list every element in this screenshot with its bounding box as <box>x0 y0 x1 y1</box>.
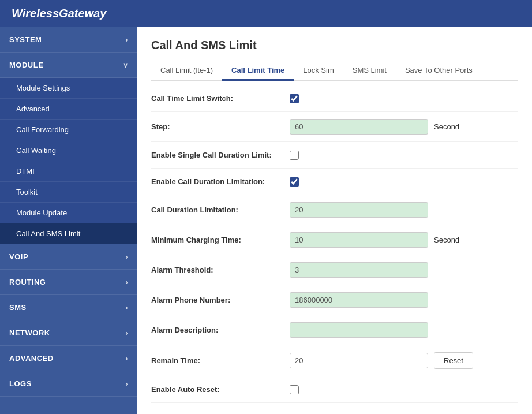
sidebar-item-system-arrow: › <box>126 36 129 44</box>
sidebar-item-sms-label: SMS <box>9 303 27 312</box>
tab-call-limit[interactable]: Call Limit (lte-1) <box>151 61 222 81</box>
sidebar-item-voip-label: VOIP <box>9 252 28 261</box>
form-row-call-duration-limitation: Call Duration Limitation: <box>151 195 518 225</box>
sidebar-item-call-forwarding[interactable]: Call Forwarding <box>0 120 137 140</box>
tab-save-to-other-ports[interactable]: Save To Other Ports <box>396 61 482 81</box>
main-content: Call And SMS Limit Call Limit (lte-1) Ca… <box>137 27 532 414</box>
sidebar-item-module-label: MODULE <box>9 61 43 69</box>
form-row-call-time-limit-switch: Call Time Limit Switch: <box>151 85 518 112</box>
app-header: WirelessGateway <box>0 0 532 27</box>
sidebar-item-routing-arrow: › <box>126 278 129 286</box>
sidebar-item-advanced[interactable]: Advanced <box>0 99 137 120</box>
sidebar-item-toolkit-label: Toolkit <box>16 188 38 196</box>
sidebar-item-voip[interactable]: VOIP › <box>0 244 137 270</box>
form-row-remain-time: Remain Time: Reset <box>151 345 518 376</box>
label-call-time-limit-switch: Call Time Limit Switch: <box>151 94 290 103</box>
sidebar: SYSTEM › MODULE ∨ Module Settings Advanc… <box>0 27 137 414</box>
sidebar-item-call-sms-limit[interactable]: Call And SMS Limit <box>0 223 137 244</box>
sidebar-item-advanced-nav[interactable]: ADVANCED › <box>0 346 137 371</box>
sidebar-item-module-settings-label: Module Settings <box>16 84 70 92</box>
input-remain-time[interactable] <box>290 353 428 368</box>
form-row-enable-call-duration: Enable Call Duration Limitation: <box>151 169 518 195</box>
sidebar-item-system-label: SYSTEM <box>9 35 42 44</box>
sidebar-item-voip-arrow: › <box>126 253 129 261</box>
form-row-enable-auto-reset: Enable Auto Reset: <box>151 376 518 403</box>
tab-bar: Call Limit (lte-1) Call Limit Time Lock … <box>151 61 518 81</box>
form-row-enable-single-call: Enable Single Call Duration Limit: <box>151 142 518 169</box>
tab-lock-sim[interactable]: Lock Sim <box>294 61 343 81</box>
sidebar-item-module-update[interactable]: Module Update <box>0 203 137 223</box>
sidebar-item-call-waiting-label: Call Waiting <box>16 146 56 155</box>
sidebar-item-sms-arrow: › <box>126 304 129 312</box>
main-layout: SYSTEM › MODULE ∨ Module Settings Advanc… <box>0 27 532 414</box>
sidebar-item-toolkit[interactable]: Toolkit <box>0 182 137 203</box>
control-alarm-threshold <box>290 262 428 278</box>
sidebar-item-logs-label: LOGS <box>9 379 32 388</box>
sidebar-item-dtmf-label: DTMF <box>16 167 37 176</box>
sidebar-item-routing-label: ROUTING <box>9 278 46 286</box>
control-enable-auto-reset <box>290 385 299 394</box>
sidebar-item-logs-arrow: › <box>126 380 129 388</box>
form-row-alarm-description: Alarm Description: <box>151 315 518 345</box>
sidebar-item-module-arrow: ∨ <box>123 61 129 69</box>
checkbox-enable-call-duration[interactable] <box>290 177 299 187</box>
checkbox-call-time-limit-switch[interactable] <box>290 94 299 103</box>
form-row-alarm-phone: Alarm Phone Number: <box>151 285 518 315</box>
unit-step: Second <box>434 122 459 131</box>
label-alarm-threshold: Alarm Threshold: <box>151 266 290 274</box>
reset-button[interactable]: Reset <box>434 352 473 369</box>
label-enable-single-call: Enable Single Call Duration Limit: <box>151 151 290 159</box>
page-title: Call And SMS Limit <box>151 39 518 52</box>
input-alarm-phone[interactable] <box>290 292 428 308</box>
checkbox-enable-auto-reset[interactable] <box>290 385 299 394</box>
control-minimum-charging: Second <box>290 232 459 248</box>
sidebar-item-advanced-nav-arrow: › <box>126 355 129 363</box>
sidebar-item-sms[interactable]: SMS › <box>0 295 137 320</box>
form-section: Call Time Limit Switch: Step: Second Ena… <box>151 85 518 403</box>
label-alarm-phone: Alarm Phone Number: <box>151 296 290 304</box>
label-enable-call-duration: Enable Call Duration Limitation: <box>151 177 290 186</box>
control-remain-time: Reset <box>290 352 473 369</box>
sidebar-item-call-sms-limit-label: Call And SMS Limit <box>16 229 80 238</box>
sidebar-item-module-settings[interactable]: Module Settings <box>0 78 137 99</box>
sidebar-item-dtmf[interactable]: DTMF <box>0 161 137 182</box>
sidebar-item-system[interactable]: SYSTEM › <box>0 27 137 53</box>
control-alarm-phone <box>290 292 428 308</box>
form-row-minimum-charging: Minimum Charging Time: Second <box>151 225 518 255</box>
control-enable-single-call <box>290 151 299 160</box>
input-step[interactable] <box>290 119 428 135</box>
sidebar-item-module[interactable]: MODULE ∨ <box>0 53 137 78</box>
label-step: Step: <box>151 122 290 131</box>
control-alarm-description <box>290 322 428 338</box>
label-enable-auto-reset: Enable Auto Reset: <box>151 385 290 394</box>
sidebar-item-call-forwarding-label: Call Forwarding <box>16 125 69 134</box>
control-step: Second <box>290 119 459 135</box>
input-alarm-description[interactable] <box>290 322 428 338</box>
label-alarm-description: Alarm Description: <box>151 326 290 334</box>
input-minimum-charging[interactable] <box>290 232 428 248</box>
sidebar-item-call-waiting[interactable]: Call Waiting <box>0 140 137 161</box>
unit-minimum-charging: Second <box>434 236 459 244</box>
tab-call-limit-time[interactable]: Call Limit Time <box>222 61 294 81</box>
form-row-step: Step: Second <box>151 112 518 142</box>
sidebar-item-module-update-label: Module Update <box>16 208 67 217</box>
label-remain-time: Remain Time: <box>151 356 290 365</box>
sidebar-item-advanced-nav-label: ADVANCED <box>9 354 54 363</box>
tab-sms-limit[interactable]: SMS Limit <box>343 61 396 81</box>
sidebar-item-advanced-label: Advanced <box>16 105 50 113</box>
form-row-alarm-threshold: Alarm Threshold: <box>151 255 518 285</box>
sidebar-item-network[interactable]: NETWORK › <box>0 320 137 346</box>
input-call-duration-limitation[interactable] <box>290 202 428 218</box>
sidebar-item-routing[interactable]: ROUTING › <box>0 270 137 295</box>
sidebar-item-logs[interactable]: LOGS › <box>0 371 137 397</box>
app-title: WirelessGateway <box>12 7 106 20</box>
control-call-time-limit-switch <box>290 94 299 103</box>
label-minimum-charging: Minimum Charging Time: <box>151 236 290 244</box>
control-call-duration-limitation <box>290 202 428 218</box>
sidebar-item-network-arrow: › <box>126 329 129 337</box>
control-enable-call-duration <box>290 177 299 187</box>
sidebar-item-network-label: NETWORK <box>9 329 50 337</box>
checkbox-enable-single-call[interactable] <box>290 151 299 160</box>
label-call-duration-limitation: Call Duration Limitation: <box>151 206 290 214</box>
input-alarm-threshold[interactable] <box>290 262 428 278</box>
